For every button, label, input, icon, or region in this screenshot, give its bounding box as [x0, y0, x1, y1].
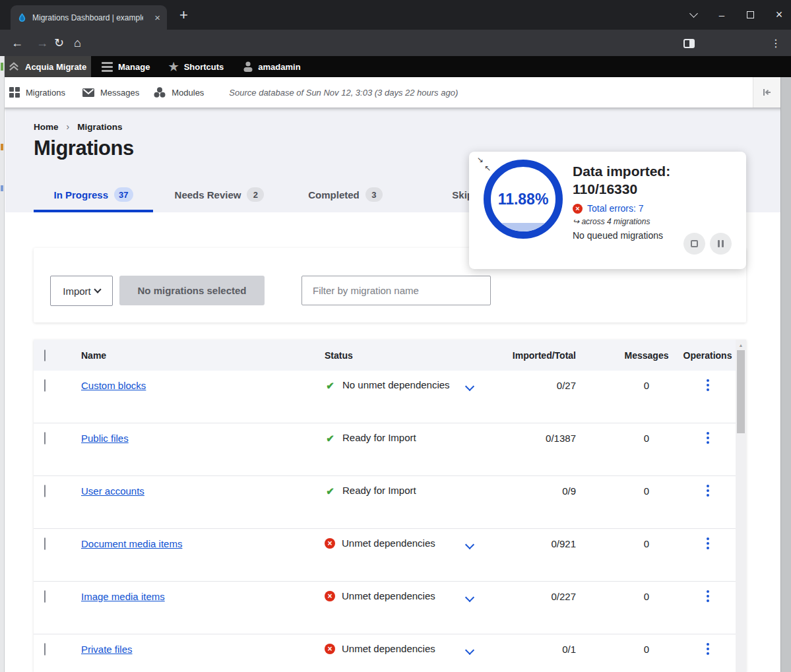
messages-count: 0 [614, 529, 680, 549]
messages-nav-label: Messages [100, 88, 139, 98]
resize-in-icon[interactable]: ↘ [477, 156, 484, 164]
table-scrollbar[interactable]: ▲ [736, 340, 746, 672]
browser-menu-button[interactable]: ⋮ [771, 30, 781, 56]
acquia-migrate-brand[interactable]: Acquia Migrate [0, 56, 91, 77]
double-chevron-up-icon [8, 62, 20, 71]
data-imported-title: Data imported: 110/16330 [573, 162, 738, 198]
status-chevron-icon[interactable] [465, 382, 474, 391]
shortcuts-menu-item[interactable]: ★ Shortcuts [168, 61, 224, 73]
collapse-toolbar-button[interactable] [753, 77, 780, 107]
import-dropdown-button[interactable]: Import [50, 276, 113, 306]
grid-icon [9, 87, 20, 98]
status-chevron-icon[interactable] [465, 593, 474, 602]
stop-icon [691, 240, 698, 247]
tab-title: Migrations Dashboard | example [32, 13, 143, 22]
status-icon [325, 644, 335, 654]
tab[interactable]: In Progress 37 [34, 177, 153, 212]
operations-kebab-button[interactable] [703, 378, 713, 392]
header-messages: Messages [614, 350, 680, 361]
migrations-nav-item[interactable]: Migrations [9, 87, 65, 98]
secondary-toolbar: Migrations Messages Modules Source datab… [0, 77, 791, 107]
stop-button[interactable] [683, 233, 705, 255]
messages-count: 0 [614, 582, 680, 602]
status-label: Ready for Import [342, 485, 416, 496]
status-icon [325, 433, 336, 444]
browser-tab[interactable]: Migrations Dashboard | example × [11, 5, 167, 30]
data-imported-count: 110/16330 [573, 180, 738, 198]
messages-nav-item[interactable]: Messages [82, 88, 139, 98]
imported-total-value: 0/1387 [505, 423, 614, 444]
migration-name-link[interactable]: User accounts [81, 485, 144, 497]
forward-button[interactable]: → [36, 30, 48, 56]
tab[interactable]: Completed 3 [286, 177, 405, 212]
new-tab-button[interactable]: + [179, 7, 188, 24]
back-button[interactable]: ← [11, 30, 23, 56]
table-row: User accounts Ready for Import 0/9 0 [34, 476, 736, 529]
row-checkbox[interactable] [44, 432, 46, 444]
operations-kebab-button[interactable] [703, 483, 713, 498]
hook-arrow-icon: ↪ [573, 217, 579, 226]
tab-count-badge: 3 [365, 187, 383, 202]
resize-out-icon[interactable]: ↖ [484, 164, 491, 172]
filter-input[interactable] [301, 276, 491, 305]
migration-name-link[interactable]: Document media items [81, 538, 182, 549]
row-checkbox[interactable] [44, 379, 46, 392]
progress-percent: 11.88% [491, 167, 555, 231]
maximize-button[interactable] [747, 11, 754, 18]
messages-count: 0 [614, 634, 680, 655]
tab-close-icon[interactable]: × [154, 12, 160, 23]
status-icon [325, 380, 336, 391]
table-header: Name Status Imported/Total Messages Oper… [34, 340, 736, 371]
header-name: Name [68, 350, 313, 361]
tab[interactable]: Needs Review 2 [160, 177, 279, 212]
status-chevron-icon[interactable] [465, 646, 474, 655]
select-all-checkbox[interactable] [44, 350, 46, 361]
row-checkbox[interactable] [44, 537, 46, 550]
person-icon [243, 61, 253, 72]
operations-kebab-button[interactable] [703, 589, 713, 603]
table-row: Image media items Unmet dependencies 0/2… [34, 582, 736, 634]
pause-button[interactable] [710, 233, 732, 255]
no-migrations-selected-button: No migrations selected [119, 276, 265, 305]
operations-kebab-button[interactable] [703, 431, 713, 445]
header-checkbox-cell [34, 350, 68, 361]
total-errors-link[interactable]: Total errors: 7 [587, 203, 644, 214]
envelope-icon [82, 88, 94, 97]
operations-kebab-button[interactable] [703, 642, 713, 656]
status-chevron-icon[interactable] [465, 540, 474, 549]
table-row: Private files Unmet dependencies 0/1 0 [34, 634, 736, 672]
manage-menu-item[interactable]: Manage [102, 62, 150, 72]
page-title: Migrations [34, 137, 134, 160]
source-database-note: Source database of Sun Nov 12, 3:03 (3 d… [229, 88, 458, 98]
migration-name-link[interactable]: Public files [81, 433, 129, 444]
migration-name-link[interactable]: Image media items [81, 591, 165, 602]
row-checkbox[interactable] [44, 590, 46, 603]
table-row: Public files Ready for Import 0/1387 0 [34, 423, 736, 476]
home-button[interactable]: ⌂ [74, 30, 81, 56]
status-label: Unmet dependencies [342, 590, 435, 601]
messages-count: 0 [614, 423, 680, 444]
reload-button[interactable]: ↻ [54, 30, 64, 56]
chevron-right-icon: › [67, 121, 70, 132]
status-icon [325, 538, 335, 549]
row-checkbox[interactable] [44, 643, 46, 656]
left-window-sliver [0, 56, 5, 672]
scroll-up-icon[interactable]: ▲ [736, 343, 746, 348]
window-chevron-icon[interactable] [689, 9, 698, 18]
row-checkbox[interactable] [44, 485, 46, 497]
operations-kebab-button[interactable] [703, 536, 713, 551]
messages-count: 0 [614, 476, 680, 497]
close-window-button[interactable]: × [774, 8, 784, 22]
side-panel-icon[interactable] [683, 39, 695, 48]
modules-nav-item[interactable]: Modules [154, 87, 204, 98]
migration-name-link[interactable]: Custom blocks [81, 380, 146, 391]
drupal-favicon-icon [17, 13, 27, 22]
minimize-button[interactable]: – [716, 9, 727, 20]
scrollbar-thumb[interactable] [737, 350, 745, 433]
progress-card: ↘ ↖ 11.88% Data imported: 110/16330 × To… [469, 152, 746, 269]
user-menu-item[interactable]: amadamin [243, 61, 300, 72]
breadcrumb-home-link[interactable]: Home [34, 122, 59, 132]
admin-toolbar: Acquia Migrate Manage ★ Shortcuts amadam… [0, 56, 791, 77]
import-label: Import [63, 286, 91, 297]
migration-name-link[interactable]: Private files [81, 644, 133, 655]
